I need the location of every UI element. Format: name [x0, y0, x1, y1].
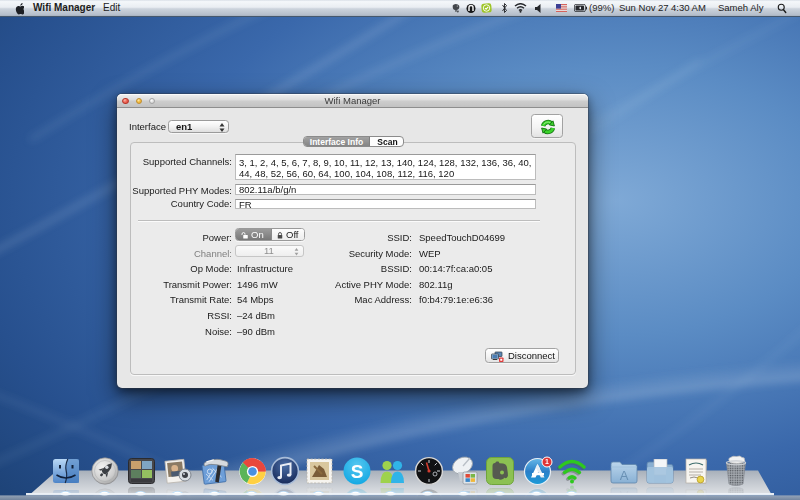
svg-text:A: A: [620, 468, 629, 483]
svg-text:1: 1: [545, 458, 549, 465]
svg-text:S: S: [351, 461, 364, 482]
